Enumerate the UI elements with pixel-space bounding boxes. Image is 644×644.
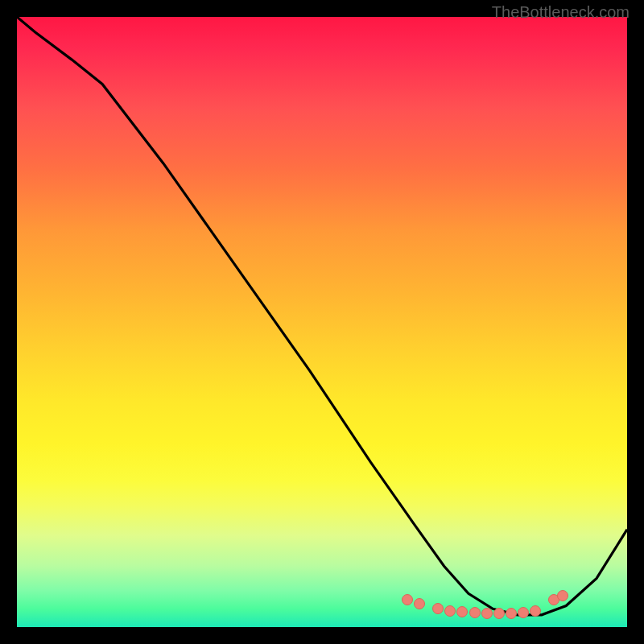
chart-marker-dot: [557, 590, 568, 601]
chart-marker-dot: [506, 608, 517, 619]
chart-curve: [17, 17, 627, 627]
chart-marker-dot: [444, 605, 456, 617]
chart-marker-dot: [469, 607, 481, 618]
chart-marker-dot: [493, 608, 505, 619]
chart-plot-area: [17, 17, 627, 627]
chart-marker-dot: [414, 598, 425, 609]
watermark-text: TheBottleneck.com: [492, 3, 630, 22]
chart-marker-dot: [432, 603, 444, 614]
chart-marker-dot: [481, 608, 493, 619]
chart-marker-dot: [530, 605, 541, 617]
chart-marker-dot: [518, 607, 529, 618]
chart-marker-dot: [402, 594, 413, 605]
chart-marker-dot: [456, 606, 468, 617]
